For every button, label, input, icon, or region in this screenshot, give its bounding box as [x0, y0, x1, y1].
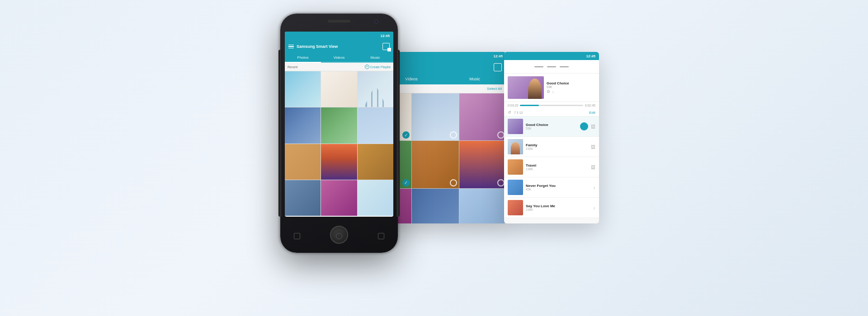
- phone-speaker: [328, 20, 350, 23]
- phone-screen: 12:45 Samsung Smart View Photos Videos M…: [285, 32, 393, 217]
- playlist-count-say: 238K: [526, 208, 590, 211]
- playlist-type-say: ♪: [593, 205, 595, 210]
- playlist-name-never: Never Forget You: [526, 184, 590, 188]
- phone-shell: 12:45 Samsung Smart View Photos Videos M…: [280, 14, 398, 253]
- progress-fill: [520, 105, 539, 106]
- phone-photo-2[interactable]: [321, 71, 357, 107]
- playlist-thumb-family: [508, 139, 523, 154]
- phone-nav-buttons: [280, 233, 398, 239]
- playlist-name-travel: Travel: [526, 163, 588, 167]
- scene: 12:45 Samsung Smart View Photos Videos M…: [0, 0, 868, 316]
- bp-photo-11[interactable]: [412, 189, 459, 224]
- phone-app-title: Samsung Smart View: [297, 44, 380, 49]
- right-panel: 12:45 Good Choice 53K ⚙ ↓ 0:03:20: [504, 52, 599, 223]
- bp-photo-3[interactable]: [412, 93, 459, 140]
- bp-select-all[interactable]: Select All: [487, 87, 502, 91]
- counts-label: 7 3 12: [514, 111, 523, 114]
- tab-videos[interactable]: Videos: [321, 53, 357, 62]
- current-time: 0:03:20: [508, 104, 518, 107]
- phone-photo-12[interactable]: [358, 180, 393, 216]
- bp-tab-music[interactable]: Music: [443, 74, 506, 84]
- phone-photo-4[interactable]: [285, 107, 321, 143]
- hamburger-icon[interactable]: [288, 45, 294, 49]
- phone-toolbar: Recent + Create Playlist: [285, 63, 393, 71]
- phone-device: 12:45 Samsung Smart View Photos Videos M…: [280, 14, 398, 253]
- progress-bar[interactable]: [520, 105, 583, 106]
- phone-status-bar: 12:45: [285, 32, 393, 40]
- playlist-item-family[interactable]: Family 235K 🖼: [504, 137, 599, 157]
- phone-photo-11[interactable]: [321, 180, 357, 216]
- create-playlist-label: Create Playlist: [370, 65, 391, 69]
- playlist-list: Good Choice 53K 🖼 Family 235K 🖼: [504, 116, 599, 218]
- phone-recents-button[interactable]: [378, 233, 384, 239]
- tab-photos[interactable]: Photos: [285, 53, 321, 63]
- repeat-icon[interactable]: ↺: [508, 110, 511, 115]
- playlist-thumb-travel: [508, 159, 523, 175]
- now-playing-indicator: [580, 122, 588, 130]
- phone-photo-6[interactable]: [358, 107, 393, 143]
- playback-controls: 0:03:20 0:02:45: [504, 102, 599, 109]
- download-icon[interactable]: ↓: [552, 89, 554, 94]
- playlist-count-family: 235K: [526, 147, 588, 150]
- playlist-thumb-never: [508, 180, 523, 195]
- album-art-person: [528, 79, 542, 99]
- settings-icon[interactable]: ⚙: [547, 89, 550, 94]
- phone-photo-5[interactable]: [321, 107, 357, 143]
- playlist-type-never: ♪: [593, 185, 595, 190]
- rp-menu-line1: [534, 66, 543, 67]
- playlist-item-travel[interactable]: Travel 138K 🖼: [504, 157, 599, 177]
- create-playlist-button[interactable]: + Create Playlist: [365, 65, 391, 69]
- playlist-info-travel: Travel 138K: [526, 163, 588, 171]
- playlist-thumb-say: [508, 200, 523, 215]
- phone-camera: [374, 20, 378, 23]
- bp-photo-7[interactable]: [412, 141, 459, 188]
- phone-photo-7[interactable]: [285, 144, 321, 180]
- phone-photo-8[interactable]: [321, 144, 357, 180]
- phone-back-button[interactable]: [294, 233, 300, 239]
- bp-uncheck-8: [497, 179, 505, 186]
- phone-photo-1[interactable]: [285, 71, 321, 107]
- playlist-type-family: 🖼: [591, 144, 595, 149]
- playlist-info-never: Never Forget You 45K: [526, 184, 590, 191]
- album-art-thumbnail: [508, 76, 544, 99]
- phone-tabs: Photos Videos Music: [285, 53, 393, 63]
- rp-header: [504, 60, 599, 74]
- phone-app-header: Samsung Smart View: [285, 40, 393, 53]
- np-action-icons: ⚙ ↓: [547, 89, 595, 94]
- phone-photo-10[interactable]: [285, 180, 321, 216]
- playlist-name-family: Family: [526, 143, 588, 147]
- now-playing-count: 53K: [547, 85, 595, 88]
- rp-menu-line2: [547, 66, 556, 67]
- playlist-count-good: 53K: [526, 127, 588, 130]
- bp-photo-12[interactable]: [459, 189, 506, 224]
- bp-status-time: 12:45: [494, 54, 503, 58]
- rp-status-time: 12:45: [586, 54, 595, 58]
- phone-edge-left: [278, 50, 282, 217]
- now-playing-info: Good Choice 53K ⚙ ↓: [547, 81, 595, 94]
- bp-photo-4[interactable]: [459, 93, 506, 140]
- now-playing-section: Good Choice 53K ⚙ ↓: [504, 74, 599, 102]
- phone-status-time: 12:45: [381, 34, 390, 38]
- playlist-type-good: 🖼: [591, 124, 595, 129]
- bp-check-6: ✓: [402, 179, 410, 186]
- playlist-count-never: 45K: [526, 188, 590, 191]
- playlist-info-say: Say You Love Me 238K: [526, 204, 590, 211]
- playlist-item-say[interactable]: Say You Love Me 238K ♪: [504, 198, 599, 218]
- phone-home-soft-button[interactable]: [336, 233, 342, 239]
- playlist-name-good: Good Choice: [526, 123, 588, 127]
- bp-cast-icon[interactable]: [494, 63, 502, 71]
- edit-button[interactable]: Edit: [589, 111, 595, 115]
- phone-edge-right: [396, 50, 400, 217]
- playlist-type-travel: 🖼: [591, 165, 595, 170]
- bp-check-2: ✓: [402, 131, 410, 139]
- phone-photo-3[interactable]: [358, 71, 393, 107]
- playlist-thumb-good: [508, 119, 523, 134]
- bp-photo-8[interactable]: [459, 141, 506, 188]
- tab-music[interactable]: Music: [357, 53, 393, 62]
- cast-icon[interactable]: [382, 43, 390, 50]
- playlist-info-good: Good Choice 53K: [526, 123, 588, 130]
- playlist-item-good-choice[interactable]: Good Choice 53K 🖼: [504, 116, 599, 137]
- playlist-item-never[interactable]: Never Forget You 45K ♪: [504, 177, 599, 198]
- phone-photo-9[interactable]: [358, 144, 393, 180]
- total-time: 0:02:45: [585, 104, 595, 107]
